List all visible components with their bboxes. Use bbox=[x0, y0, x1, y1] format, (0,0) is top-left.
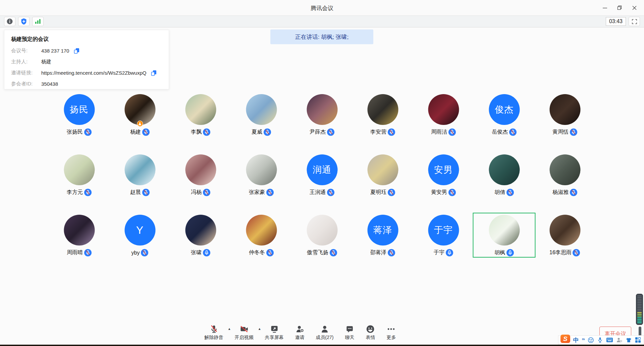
participant-grid: 扬民 张扬民 bbox=[49, 92, 595, 273]
participant-name: 张扬民 bbox=[67, 129, 83, 136]
participant-name: 黄安男 bbox=[431, 189, 447, 196]
participant-tile[interactable]: 张啸 bbox=[170, 213, 231, 273]
participant-tile[interactable]: 周雨晴 bbox=[49, 213, 110, 273]
participant-avatar bbox=[64, 215, 95, 246]
participant-tile[interactable]: 傲雪飞扬 bbox=[292, 213, 353, 273]
ime-language-toggle[interactable]: 中 bbox=[573, 336, 579, 344]
participant-tile[interactable]: 安男 黄安男 bbox=[413, 153, 474, 213]
participant-tile[interactable]: 于宇 于宇 bbox=[413, 213, 474, 273]
minimize-button[interactable] bbox=[600, 3, 610, 12]
participant-tile[interactable]: 张家豪 bbox=[231, 153, 292, 213]
participant-tile[interactable]: 李安营 bbox=[353, 92, 413, 153]
participant-name: 冯杨 bbox=[191, 189, 202, 196]
share-screen-icon bbox=[270, 324, 279, 334]
volume-meter-bars bbox=[637, 295, 642, 323]
participant-name-row: 岳俊杰 bbox=[492, 128, 517, 136]
participant-tile[interactable]: 胡枫 bbox=[474, 213, 535, 273]
network-quality-button[interactable] bbox=[32, 17, 44, 26]
mic-status-icon bbox=[203, 189, 210, 196]
participant-tile[interactable]: 胡倩 bbox=[474, 153, 535, 213]
ime-skin-icon[interactable] bbox=[626, 337, 632, 343]
mic-status-icon bbox=[509, 128, 517, 136]
participant-avatar: 俊杰 bbox=[489, 94, 520, 125]
invite-icon bbox=[295, 324, 304, 334]
participant-tile[interactable]: 夏威 bbox=[231, 92, 292, 153]
window-controls bbox=[600, 3, 639, 12]
participant-tile[interactable]: 冯杨 bbox=[170, 153, 231, 213]
mic-status-icon bbox=[141, 249, 148, 257]
copy-invite-link-button[interactable] bbox=[151, 70, 157, 76]
participant-name: 于宇 bbox=[434, 249, 444, 256]
participant-tile[interactable]: 仲冬冬 bbox=[231, 213, 292, 273]
restore-button[interactable] bbox=[614, 3, 625, 12]
fullscreen-button[interactable] bbox=[629, 17, 640, 26]
participant-avatar: 蒋泽 bbox=[367, 215, 398, 246]
participant-tile[interactable]: 润通 王润通 bbox=[292, 153, 353, 213]
participant-name-row: 夏威 bbox=[252, 128, 271, 136]
copy-meeting-id-button[interactable] bbox=[74, 48, 79, 54]
meeting-timer: 03:43 bbox=[606, 17, 626, 26]
mic-status-icon bbox=[448, 128, 456, 136]
mic-status-icon bbox=[263, 128, 271, 136]
sogou-logo-icon[interactable]: S bbox=[560, 335, 570, 343]
more-button[interactable]: 更多 bbox=[386, 324, 396, 341]
participant-tile[interactable]: 扬民 张扬民 bbox=[49, 92, 110, 153]
chat-button[interactable]: 聊天 bbox=[345, 324, 354, 341]
participant-tile[interactable]: 李方元 bbox=[49, 153, 110, 213]
participant-name: 胡倩 bbox=[494, 189, 505, 196]
mic-status-icon bbox=[387, 128, 395, 136]
mic-status-icon bbox=[387, 249, 395, 257]
participant-tile[interactable]: Y yby bbox=[110, 213, 170, 273]
share-screen-button[interactable]: 共享屏幕 bbox=[265, 324, 284, 341]
shield-icon bbox=[21, 18, 27, 25]
members-button[interactable]: 成员(27) bbox=[316, 324, 334, 341]
participant-tile[interactable]: 赵晨 bbox=[110, 153, 170, 213]
now-speaking-banner: 正在讲话: 胡枫; 张啸; bbox=[270, 29, 373, 44]
mic-status-icon bbox=[84, 128, 92, 136]
ime-keyboard-icon[interactable] bbox=[606, 337, 613, 343]
participant-name-row: 张啸 bbox=[191, 249, 210, 257]
participant-tile[interactable]: 俊杰 岳俊杰 bbox=[474, 92, 535, 153]
participant-name: 周雨晴 bbox=[67, 249, 83, 256]
participant-name: 杨淑雅 bbox=[552, 189, 569, 196]
ime-voice-icon[interactable] bbox=[597, 337, 603, 343]
participant-name: 16李思雨 bbox=[549, 249, 572, 256]
mic-options-arrow[interactable]: ▲ bbox=[228, 327, 231, 331]
participant-name-row: 杨建 bbox=[130, 128, 150, 136]
participant-tile[interactable]: 周雨洁 bbox=[413, 92, 474, 153]
volume-meter bbox=[636, 294, 643, 325]
participant-avatar: 润通 bbox=[307, 154, 337, 185]
close-button[interactable] bbox=[629, 3, 639, 12]
ime-punctuation-toggle[interactable]: °’ bbox=[582, 337, 585, 343]
copy-icon bbox=[151, 70, 157, 76]
participant-tile[interactable]: 李飘 bbox=[170, 92, 231, 153]
emoji-button[interactable]: 表情 bbox=[366, 324, 375, 341]
chat-icon bbox=[345, 324, 354, 334]
camera-off-icon bbox=[239, 324, 249, 334]
participant-tile[interactable]: 夏明珏 bbox=[353, 153, 413, 213]
invite-button[interactable]: 邀请 bbox=[295, 324, 305, 341]
participant-tile[interactable]: 杨淑雅 bbox=[535, 153, 595, 213]
participant-name-row: 张扬民 bbox=[67, 128, 92, 136]
start-video-button[interactable]: 开启视频 ▲ bbox=[235, 324, 254, 341]
participant-name: 李方元 bbox=[67, 189, 83, 196]
participant-tile[interactable]: 黄周恬 bbox=[535, 92, 595, 153]
participant-tile[interactable]: 16李思雨 bbox=[535, 213, 595, 273]
video-options-arrow[interactable]: ▲ bbox=[258, 327, 261, 331]
participant-name: 杨建 bbox=[130, 129, 141, 136]
ime-emoji-icon[interactable] bbox=[588, 337, 594, 343]
participant-avatar bbox=[246, 215, 277, 246]
meeting-info-button[interactable] bbox=[4, 17, 15, 26]
ime-toolbox-icon[interactable] bbox=[635, 337, 641, 343]
participant-tile[interactable]: 蒋泽 邵蒋泽 bbox=[353, 213, 413, 273]
fullscreen-icon bbox=[632, 19, 637, 24]
participant-name-row: 仲冬冬 bbox=[249, 249, 274, 257]
participant-tile[interactable]: 杨建 bbox=[110, 92, 170, 153]
host-value: 杨建 bbox=[41, 59, 51, 65]
participant-name-row: 胡枫 bbox=[494, 249, 514, 257]
security-shield-button[interactable] bbox=[18, 17, 30, 26]
participant-avatar bbox=[428, 94, 459, 125]
unmute-button[interactable]: 解除静音 ▲ bbox=[205, 324, 223, 341]
ime-handwriting-icon[interactable] bbox=[616, 337, 623, 343]
participant-tile[interactable]: 尹薛杰 bbox=[292, 92, 353, 153]
